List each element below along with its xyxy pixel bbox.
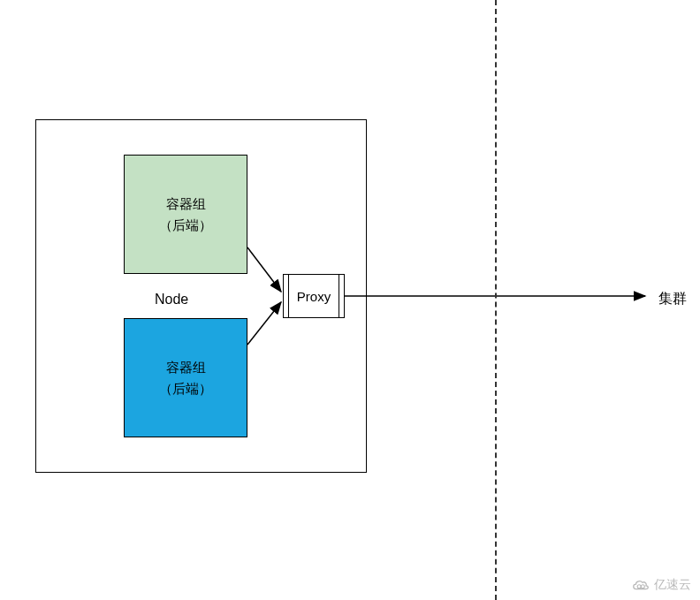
dashed-boundary	[495, 0, 497, 600]
pod-blue-text: 容器组 （后端）	[159, 357, 212, 399]
pod-blue-line1: 容器组	[166, 360, 206, 375]
node-label: Node	[155, 292, 188, 308]
pod-green: 容器组 （后端）	[124, 155, 247, 274]
svg-point-2	[641, 585, 644, 589]
cloud-icon	[631, 578, 651, 592]
pod-blue: 容器组 （后端）	[124, 318, 247, 437]
pod-blue-line2: （后端）	[159, 381, 212, 396]
watermark: 亿速云	[631, 577, 691, 593]
pod-green-line2: （后端）	[159, 217, 212, 232]
cluster-label: 集群	[658, 290, 687, 308]
proxy-box: Proxy	[283, 274, 345, 318]
svg-point-1	[637, 585, 641, 589]
watermark-text: 亿速云	[654, 577, 691, 593]
pod-green-text: 容器组 （后端）	[159, 194, 212, 236]
pod-green-line1: 容器组	[166, 196, 206, 211]
proxy-label: Proxy	[297, 289, 331, 304]
